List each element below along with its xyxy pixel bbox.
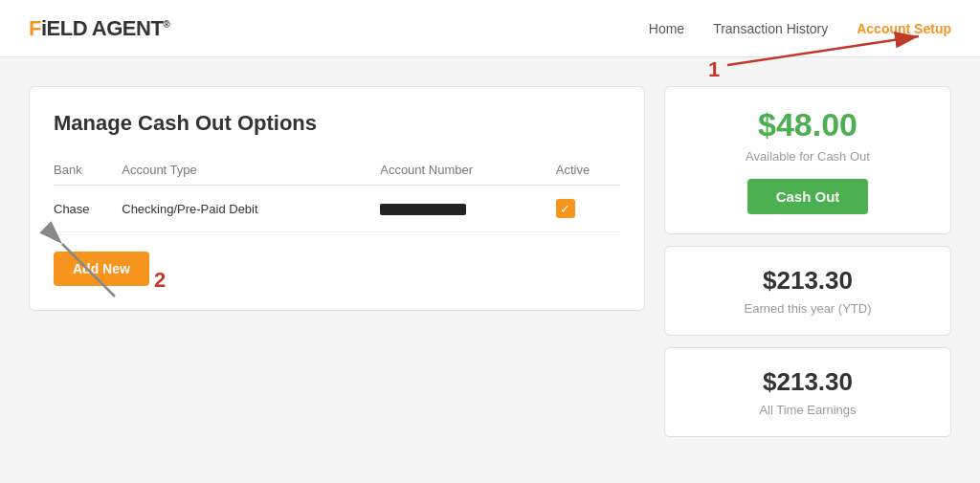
alltime-label: All Time Earnings <box>684 403 931 417</box>
cell-active: ✓ <box>556 186 620 232</box>
add-new-button[interactable]: Add New <box>54 252 149 286</box>
col-account-number: Account Number <box>380 155 556 186</box>
col-bank: Bank <box>54 155 122 186</box>
left-panel: Manage Cash Out Options Bank Account Typ… <box>29 86 645 311</box>
cell-bank: Chase <box>54 186 122 232</box>
table-row: Chase Checking/Pre-Paid Debit ✓ <box>54 186 620 232</box>
nav-home[interactable]: Home <box>649 21 684 36</box>
ytd-card: $213.30 Earned this year (YTD) <box>664 246 951 336</box>
accounts-table: Bank Account Type Account Number Active … <box>54 155 620 232</box>
available-label: Available for Cash Out <box>684 149 931 164</box>
cell-account-type: Checking/Pre-Paid Debit <box>122 186 380 232</box>
alltime-amount: $213.30 <box>684 367 931 397</box>
ytd-amount: $213.30 <box>684 266 931 296</box>
active-checkbox[interactable]: ✓ <box>556 199 575 218</box>
col-active: Active <box>556 155 620 186</box>
col-account-type: Account Type <box>122 155 380 186</box>
cash-out-button[interactable]: Cash Out <box>747 179 869 214</box>
header: FiELD AGENT® Home Transaction History Ac… <box>0 0 980 57</box>
logo: FiELD AGENT® <box>29 16 169 41</box>
available-card: $48.00 Available for Cash Out Cash Out <box>664 86 951 234</box>
main-nav: Home Transaction History Account Setup <box>649 21 951 36</box>
nav-transaction-history[interactable]: Transaction History <box>713 21 828 36</box>
right-panel: $48.00 Available for Cash Out Cash Out $… <box>664 86 951 437</box>
ytd-label: Earned this year (YTD) <box>684 301 931 316</box>
main-content: Manage Cash Out Options Bank Account Typ… <box>0 57 980 466</box>
annotation-2-label: 2 <box>154 268 166 293</box>
page-title: Manage Cash Out Options <box>54 111 620 136</box>
nav-account-setup[interactable]: Account Setup <box>857 21 951 36</box>
logo-text: iELD AGENT® <box>41 16 169 40</box>
cell-account-number <box>380 186 556 232</box>
alltime-card: $213.30 All Time Earnings <box>664 347 951 437</box>
masked-number <box>380 204 466 215</box>
available-amount: $48.00 <box>684 106 931 143</box>
logo-f: F <box>29 16 41 40</box>
